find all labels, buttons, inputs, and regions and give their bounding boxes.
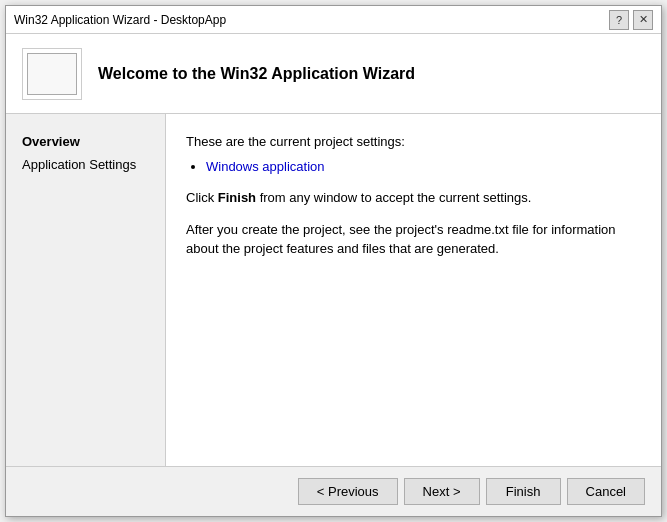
- after-text: After you create the project, see the pr…: [186, 220, 641, 259]
- content-heading: These are the current project settings:: [186, 134, 641, 149]
- finish-button[interactable]: Finish: [486, 478, 561, 505]
- cancel-button[interactable]: Cancel: [567, 478, 645, 505]
- settings-list: Windows application: [206, 159, 641, 174]
- title-bar-controls: ? ✕: [609, 10, 653, 30]
- wizard-body: Overview Application Settings These are …: [6, 114, 661, 466]
- wizard-footer: < Previous Next > Finish Cancel: [6, 466, 661, 516]
- wizard-header-title: Welcome to the Win32 Application Wizard: [98, 65, 415, 83]
- finish-instruction: Click Finish from any window to accept t…: [186, 188, 641, 208]
- window-title: Win32 Application Wizard - DesktopApp: [14, 13, 226, 27]
- title-bar-left: Win32 Application Wizard - DesktopApp: [14, 13, 226, 27]
- sidebar-item-application-settings[interactable]: Application Settings: [6, 153, 165, 176]
- sidebar-item-overview[interactable]: Overview: [6, 130, 165, 153]
- wizard-content: These are the current project settings: …: [166, 114, 661, 466]
- wizard-sidebar: Overview Application Settings: [6, 114, 166, 466]
- previous-button[interactable]: < Previous: [298, 478, 398, 505]
- help-button[interactable]: ?: [609, 10, 629, 30]
- wizard-header: Welcome to the Win32 Application Wizard: [6, 34, 661, 114]
- close-button[interactable]: ✕: [633, 10, 653, 30]
- finish-line1: Click: [186, 190, 218, 205]
- list-item-windows-app: Windows application: [206, 159, 641, 174]
- finish-line2: from any window to accept the current se…: [256, 190, 531, 205]
- title-bar: Win32 Application Wizard - DesktopApp ? …: [6, 6, 661, 34]
- dialog-window: Win32 Application Wizard - DesktopApp ? …: [5, 5, 662, 517]
- wizard-icon: [22, 48, 82, 100]
- windows-app-link[interactable]: Windows application: [206, 159, 325, 174]
- next-button[interactable]: Next >: [404, 478, 480, 505]
- finish-bold: Finish: [218, 190, 256, 205]
